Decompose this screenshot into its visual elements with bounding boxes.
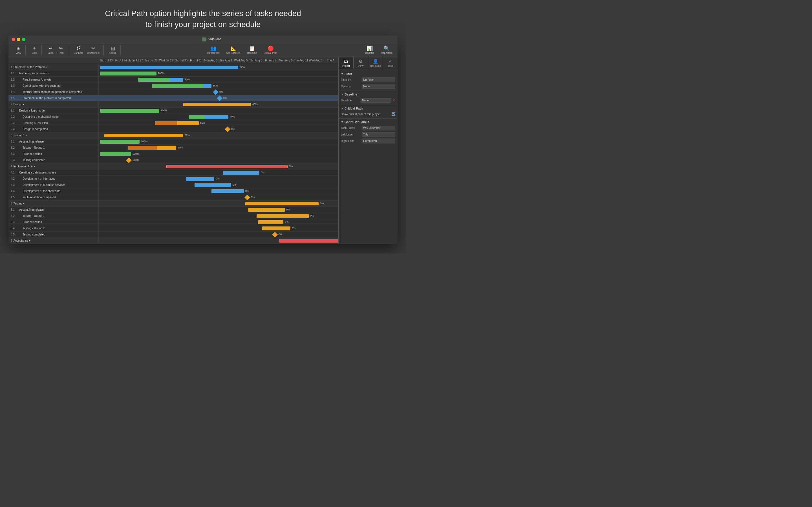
project-tab-icon: 🗂 (344, 59, 348, 64)
date-thu-jul-30: Thu Jul 30 (174, 59, 189, 62)
milestone (217, 96, 222, 101)
table-row[interactable]: 2 Design ▾ 60% (8, 101, 338, 108)
tab-task[interactable]: ✓ Task (383, 57, 398, 69)
baseline-row: Baseline None ✕ (339, 97, 398, 104)
date-fri-aug-7: Fri Aug 7 (263, 59, 278, 62)
toolbar-group-group: ▤ Group (105, 45, 121, 55)
table-row[interactable]: 5.1 Assembling release 0% (8, 207, 338, 213)
filter-section-header[interactable]: ▼ Filter (339, 71, 398, 76)
table-row[interactable]: 1.2 Requirements Analysis 70% (8, 76, 338, 83)
date-wed-aug-12: Wed Aug 12 (308, 59, 323, 62)
disconnect-button[interactable]: ✂ Disconnect (86, 45, 101, 55)
critical-task-bar (166, 165, 288, 168)
maximize-button[interactable] (22, 38, 26, 41)
table-row[interactable]: 3.2 Testing - Round 1 60% (8, 145, 338, 151)
gantt-area: Thu Jul 23 Fri Jul 24 Mon Jul 27 Tue Jul… (8, 57, 338, 244)
baseline-section-header[interactable]: ▼ Baseline (339, 92, 398, 97)
add-button[interactable]: ＋ Add (30, 45, 39, 55)
task-bar (257, 214, 309, 218)
set-baseline-button[interactable]: 📐 Set Baseline (224, 45, 243, 55)
filter-by-select[interactable]: No Filter (362, 77, 395, 82)
task-bar (262, 226, 290, 230)
task-bar (245, 202, 319, 205)
table-row[interactable]: 1.5 Statement of the problem is complete… (8, 95, 338, 101)
resources-button[interactable]: 👥 Resources (205, 45, 221, 55)
undo-button[interactable]: ↩ Undo (46, 45, 55, 55)
task-bar (138, 78, 183, 82)
table-row[interactable]: 3.1 Assembling release 100% (8, 138, 338, 145)
tab-view[interactable]: ⚙ View (354, 57, 368, 69)
connect-button[interactable]: ⛓ Connect (72, 45, 85, 55)
baseline-delete-button[interactable]: ✕ (393, 99, 395, 103)
tab-resource[interactable]: 👤 Resource (368, 57, 383, 69)
table-row[interactable]: 1.3 Coordination with the customer 85% (8, 83, 338, 89)
task-bar (258, 220, 283, 224)
redo-button[interactable]: ↪ Redo (56, 45, 65, 55)
baseline-select[interactable]: None (361, 98, 391, 103)
gantt-rows: 1 Statement of the Problem ▾ 92% 1.1 Gat… (8, 64, 338, 244)
window-title: Software (29, 37, 394, 41)
panel-content: ▼ Filter Filter by No Filter Options Non… (339, 69, 398, 244)
critical-path-section-header[interactable]: ▼ Critical Path (339, 106, 398, 111)
critical-path-checkbox[interactable] (392, 112, 395, 116)
milestone (126, 158, 132, 163)
baseline-button[interactable]: 📋 Baseline (245, 45, 259, 55)
critical-task-bar (279, 239, 338, 242)
gantt-bar-labels-section-header[interactable]: ▼ Gantt Bar Labels (339, 119, 398, 125)
table-row[interactable]: 4.5 Implementation completed 0% (8, 194, 338, 201)
reports-button[interactable]: 📊 Reports (363, 45, 376, 55)
table-row[interactable]: 1.1 Gathering requirements 100% (8, 70, 338, 76)
table-row[interactable]: 4 Implementation ▾ 0% (8, 163, 338, 170)
milestone (225, 126, 231, 132)
date-tue-jul-28: Tue Jul 28 (144, 59, 158, 62)
table-row[interactable]: 2.1 Design a logic model 100% (8, 108, 338, 114)
table-row[interactable]: 2.4 Design is completed 0% (8, 126, 338, 132)
options-select[interactable]: None (362, 84, 395, 89)
task-prefix-select[interactable]: WBS Number (362, 126, 395, 130)
baseline-section: ▼ Baseline Baseline None ✕ (339, 92, 398, 104)
table-row[interactable]: 5.5 Testing completed 0% (8, 231, 338, 238)
left-label-select[interactable]: Title (362, 132, 395, 137)
divider-1 (339, 91, 398, 91)
table-row[interactable]: 5.4 Testing - Round 2 0% (8, 225, 338, 231)
table-row[interactable]: 4.1 Creating a database structure 0% (8, 170, 338, 176)
date-mon-jul-27: Mon Jul 27 (129, 59, 144, 62)
table-row[interactable]: 5.3 Error correction 0% (8, 219, 338, 225)
table-row[interactable]: 4.3 Development of business services 0% (8, 182, 338, 188)
table-row[interactable]: 2.3 Creating a Test Plan 50% (8, 120, 338, 126)
date-fri-jul-24: Fri Jul 24 (114, 59, 129, 62)
critical-path-button[interactable]: 🔴 Critical Path (261, 45, 280, 55)
date-thu-a: Thu A (323, 59, 338, 62)
table-row[interactable]: 5.2 Testing - Round 1 0% (8, 213, 338, 219)
close-button[interactable] (12, 38, 15, 41)
table-row[interactable]: 4.2 Development of interfaces 0% (8, 176, 338, 182)
date-wed-jul-29: Wed Jul 29 (159, 59, 174, 62)
table-row[interactable]: 3.4 Testing completed 100% (8, 157, 338, 163)
group-button[interactable]: ▤ Group (108, 45, 118, 55)
right-label-select[interactable]: Completed (362, 138, 395, 144)
table-row[interactable]: 5 Testing ▾ 0% (8, 201, 338, 207)
table-row[interactable]: 1 Statement of the Problem ▾ 92% (8, 64, 338, 70)
traffic-lights (12, 38, 26, 41)
table-row[interactable]: 6 Acceptance ▾ 0% (8, 238, 338, 244)
milestone (245, 194, 250, 200)
date-thu-aug-6: Thu Aug 6 (248, 59, 263, 62)
right-panel: 🗂 Project ⚙ View 👤 Resource ✓ Task (338, 57, 398, 244)
inspectors-button[interactable]: 🔍 Inspectors (378, 45, 395, 55)
tab-project[interactable]: 🗂 Project (339, 57, 354, 69)
date-wed-aug-5: Wed Aug 5 (234, 59, 248, 62)
chevron-down-icon: ▼ (341, 72, 343, 75)
table-row[interactable]: 1.4 Internal formulation of the problem … (8, 89, 338, 95)
toolbar-right: 📊 Reports 🔍 Inspectors (363, 45, 395, 55)
toolbar-connect-group: ⛓ Connect ✂ Disconnect (70, 45, 104, 55)
critical-path-checkbox-row: Show critical path of this project (339, 111, 398, 117)
table-row[interactable]: 3.3 Error correction 100% (8, 151, 338, 157)
view-button[interactable]: ⊞ View (13, 45, 23, 55)
table-row[interactable]: 2.2 Designing the physical model 40% (8, 114, 338, 120)
task-bar (186, 177, 214, 181)
milestone (272, 232, 278, 237)
minimize-button[interactable] (17, 38, 20, 41)
table-row[interactable]: 3 Testing 1 ▾ 82% (8, 132, 338, 138)
filter-section: ▼ Filter Filter by No Filter Options Non… (339, 71, 398, 90)
table-row[interactable]: 4.4 Development of the client side 0% (8, 188, 338, 194)
